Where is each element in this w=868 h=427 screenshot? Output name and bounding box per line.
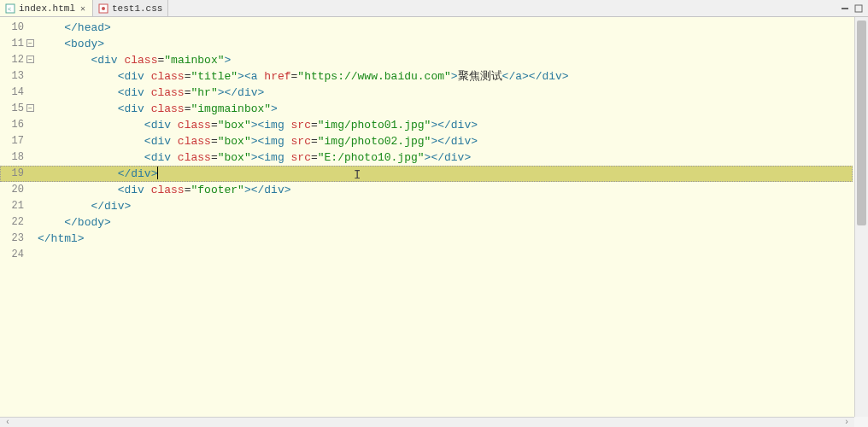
svg-rect-4 — [842, 8, 848, 9]
editor-tab-bar: < index.html ✕ test1.css — [0, 0, 868, 17]
svg-text:<: < — [8, 6, 11, 13]
code-line[interactable] — [38, 247, 868, 263]
tab-label: test1.css — [112, 3, 162, 14]
code-line[interactable]: <div class="hr"></div> — [38, 85, 868, 101]
code-area[interactable]: </head> <body> <div class="mainbox"> <di… — [27, 17, 868, 417]
tab-label: index.html — [19, 3, 75, 14]
horizontal-scrollbar[interactable]: ‹ › — [0, 417, 854, 427]
code-line[interactable]: <div class="imgmainbox"> — [38, 101, 868, 117]
code-line[interactable]: <body> — [38, 36, 868, 52]
line-number-gutter[interactable]: 1011−12−131415−161718192021222324 — [0, 17, 27, 417]
line-number[interactable]: 10 — [0, 20, 27, 36]
line-number[interactable]: 11− — [0, 36, 27, 52]
code-line[interactable]: </body> — [38, 214, 868, 231]
line-number[interactable]: 14 — [0, 85, 27, 101]
tabs-container: < index.html ✕ test1.css — [0, 0, 839, 16]
line-number[interactable]: 18 — [0, 149, 27, 166]
svg-rect-5 — [855, 5, 862, 12]
scroll-right-arrow-icon[interactable]: › — [844, 418, 849, 427]
code-line[interactable]: <div class="box"><img src="img/photo01.j… — [38, 117, 868, 133]
scroll-left-arrow-icon[interactable]: ‹ — [5, 418, 10, 427]
vertical-scrollbar[interactable] — [854, 17, 868, 417]
line-number[interactable]: 23 — [0, 231, 27, 247]
line-number[interactable]: 13 — [0, 68, 27, 85]
line-number[interactable]: 20 — [0, 182, 27, 198]
line-number[interactable]: 15− — [0, 101, 27, 117]
code-line[interactable]: </div> — [38, 198, 868, 214]
line-number[interactable]: 12− — [0, 52, 27, 68]
tab-test1-css[interactable]: test1.css — [93, 0, 168, 16]
text-cursor-icon: I — [354, 168, 361, 182]
html-file-icon: < — [5, 3, 15, 14]
code-line[interactable]: <div class="footer"></div> — [38, 182, 868, 198]
window-controls — [839, 0, 868, 16]
tab-index-html[interactable]: < index.html ✕ — [0, 0, 93, 16]
line-number[interactable]: 17 — [0, 133, 27, 149]
line-number[interactable]: 16 — [0, 117, 27, 133]
css-file-icon — [98, 3, 108, 14]
cursor — [157, 167, 158, 179]
line-number[interactable]: 21 — [0, 198, 27, 214]
line-number[interactable]: 22 — [0, 214, 27, 231]
code-line[interactable]: </html> — [38, 231, 868, 247]
line-number[interactable]: 19 — [0, 166, 27, 182]
svg-point-3 — [102, 7, 105, 10]
code-line[interactable]: </div> — [38, 166, 868, 182]
maximize-icon[interactable] — [853, 3, 865, 14]
code-line[interactable]: <div class="mainbox"> — [38, 52, 868, 68]
editor: 1011−12−131415−161718192021222324 </head… — [0, 17, 868, 417]
code-line[interactable]: <div class="title"><a href="https://www.… — [38, 68, 868, 85]
code-line[interactable]: <div class="box"><img src="E:/photo10.jp… — [38, 149, 868, 166]
code-line[interactable]: <div class="box"><img src="img/photo02.j… — [38, 133, 868, 149]
close-icon[interactable]: ✕ — [79, 4, 87, 13]
scrollbar-thumb[interactable] — [857, 20, 866, 225]
minimize-icon[interactable] — [839, 3, 851, 14]
code-line[interactable]: </head> — [38, 20, 868, 36]
line-number[interactable]: 24 — [0, 247, 27, 263]
